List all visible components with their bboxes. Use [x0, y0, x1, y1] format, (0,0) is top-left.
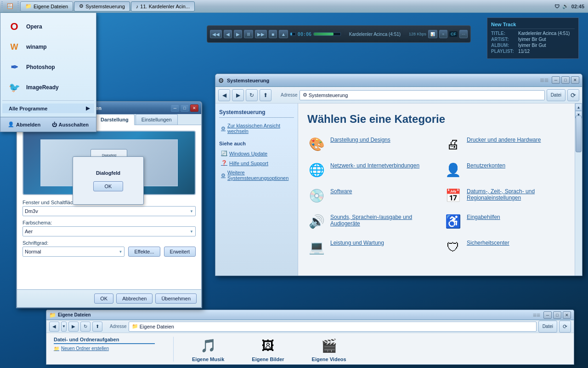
winamp-stop-btn[interactable]: ■ [269, 30, 277, 38]
all-programs-item[interactable]: Alle Programme ▶ [2, 104, 94, 113]
sys-sidebar-header: Systemsteuerung [219, 109, 294, 118]
sys-close-btn[interactable]: ✕ [571, 76, 579, 84]
start-menu-item-winamp[interactable]: W winamp [2, 37, 94, 57]
tab-einstellungen-label: Einstellungen [141, 117, 172, 122]
start-menu-bottom: 👤 Abmelden ⏻ Ausschalten [0, 117, 96, 132]
start-menu-item-opera[interactable]: O Opera [2, 17, 94, 37]
schriftgrad-select[interactable]: Normal ▼ [23, 247, 124, 257]
sys-cat-benutzer[interactable]: 👤 Benutzerkonten [444, 161, 573, 179]
eigene-bilder-item[interactable]: 🖼 Eigene Bilder [252, 336, 284, 362]
videos-icon: 🎬 [320, 336, 338, 355]
winamp-play-btn[interactable]: ▶ [234, 30, 242, 38]
winamp-vol-fill [314, 33, 334, 35]
eigene-datei-btn[interactable]: Datei [538, 321, 557, 333]
ausschalten-button[interactable]: ⏻ Ausschalten [49, 121, 91, 129]
display-maximize-btn[interactable]: □ [181, 104, 189, 112]
abbrechen-label: Abbrechen [122, 296, 147, 301]
eigene-close-btn[interactable]: ✕ [563, 311, 571, 319]
display-minimize-btn[interactable]: ─ [171, 104, 179, 112]
sys-cat-sicherheit[interactable]: 🛡 Sicherheitscenter [444, 238, 573, 256]
taskbar-divider [17, 1, 19, 12]
winamp-vol-bar[interactable] [313, 32, 341, 36]
start-menu-item-imageready[interactable]: 🐦 ImageReady [2, 77, 94, 98]
erweitert-label: Erweitert [170, 249, 190, 254]
sys-hilfe-link[interactable]: ❓ Hilfe und Support [219, 159, 294, 167]
sys-cat-software[interactable]: 💿 Software [307, 186, 436, 205]
opera-icon: O [7, 19, 22, 34]
eigene-address-bar[interactable]: 📁 Eigene Dateien [129, 322, 537, 332]
taskbar-item-music[interactable]: ♪ 11. Kardelenler Acin... [131, 1, 195, 12]
winamp-progress-bar[interactable] [290, 32, 296, 36]
dialogfeld-ok-btn[interactable]: OK [93, 181, 124, 191]
eigene-loading-icon: ⟳ [559, 321, 571, 333]
winamp-icon: W [7, 40, 22, 54]
sys-minimize-btn[interactable]: ─ [552, 76, 560, 84]
winamp-prev-btn[interactable]: ◀◀ [210, 30, 222, 38]
sys-weitere-link[interactable]: ⚙ Weitere Systemsteuerungsoptionen [219, 168, 294, 182]
eigene-sidebar-link-neuer[interactable]: 📁 Neuen Ordner erstellen [54, 346, 155, 351]
scroll-thumb[interactable] [576, 115, 582, 152]
sys-maximize-btn[interactable]: □ [561, 76, 570, 84]
sys-toolbar: ◀ ▶ ↻ ⬆ Adresse ⚙ Systemsteuerung Datei … [215, 87, 582, 104]
sys-title-icon: ⚙ [218, 77, 224, 84]
effekte-button[interactable]: Effekte... [128, 247, 160, 257]
tab-einstellungen[interactable]: Einstellungen [136, 114, 178, 125]
eigene-refresh-btn[interactable]: ↻ [80, 322, 90, 332]
tab-darstellung[interactable]: Darstellung [95, 114, 135, 125]
sys-cat-sounds[interactable]: 🔊 Sounds, Sprachein-/ausgabe und Audioge… [307, 212, 436, 230]
eigene-videos-item[interactable]: 🎬 Eigene Videos [312, 336, 346, 362]
sys-cat-eingabe[interactable]: ♿ Eingabehilfen [444, 212, 573, 230]
eigene-musik-item[interactable]: 🎵 Eigene Musik [192, 336, 224, 362]
music-info-title: New Track [491, 22, 575, 29]
sys-sidebar: Systemsteuerung ⚙ Zur klassischen Ansich… [215, 104, 298, 276]
taskbar-item-systemsteuerung[interactable]: ⚙ Systemsteuerung [74, 1, 130, 12]
sys-cat-darstellung[interactable]: 🎨 Darstellung und Designs [307, 135, 436, 153]
sys-back-btn[interactable]: ◀ [218, 89, 230, 101]
sys-cat-leistung[interactable]: 💻 Leistung und Wartung [307, 238, 436, 256]
sys-windows-update-link[interactable]: 🔄 Windows Update [219, 149, 294, 158]
uebernehmen-button[interactable]: Übernehmen [155, 293, 197, 304]
farbschema-select[interactable]: Aer ▼ [23, 226, 196, 236]
sys-address-bar[interactable]: ⚙ Systemsteuerung [300, 90, 545, 100]
ok-button[interactable]: OK [94, 293, 113, 304]
schriftgrad-row: Normal ▼ Effekte... Erweitert [23, 247, 196, 257]
start-menu-item-photoshop[interactable]: ✒ Photoshop [2, 57, 94, 77]
ausschalten-icon: ⏻ [52, 122, 57, 127]
winamp-graph-btn[interactable]: 📊 [428, 30, 437, 38]
start-button[interactable]: 🪟 [4, 3, 16, 9]
winamp-next-btn[interactable]: ▶▶ [255, 30, 267, 38]
fenster-arrow: ▼ [190, 209, 193, 213]
eigene-forward-btn[interactable]: ▶ [68, 322, 79, 332]
datums-label: Datums-, Zeit-, Sprach- und Regionaleins… [467, 186, 573, 201]
eigene-minimize-btn[interactable]: ─ [543, 311, 552, 319]
display-close-btn[interactable]: ✕ [190, 104, 198, 112]
scroll-up-arrow[interactable]: ▲ [575, 104, 582, 111]
sys-up-btn[interactable]: ⬆ [260, 89, 271, 101]
eigene-maximize-btn[interactable]: □ [553, 311, 561, 319]
winamp-eject-btn[interactable]: ▲ [279, 30, 288, 38]
winamp-options-btn[interactable]: ⋯ [459, 30, 468, 38]
sys-scrollbar[interactable]: ▲ ▼ [575, 104, 582, 276]
taskbar-item-eigene[interactable]: 📁 Eigene Dateien [20, 1, 73, 12]
eigene-up-btn[interactable]: ⬆ [92, 322, 102, 332]
sys-klassisch-link[interactable]: ⚙ Zur klassischen Ansicht wechseln [219, 121, 294, 135]
abmelden-button[interactable]: 👤 Abmelden [5, 120, 43, 129]
eigene-back-arrow[interactable]: ▼ [61, 322, 67, 332]
sys-datei-btn[interactable]: Datei [547, 89, 565, 101]
winamp-rewind-btn[interactable]: ◀ [224, 30, 232, 38]
sys-forward-btn[interactable]: ▶ [232, 89, 244, 101]
erweitert-button[interactable]: Erweitert [164, 247, 196, 257]
darstellung-label: Darstellung und Designs [330, 135, 390, 143]
winamp-eq-btn[interactable]: ≈ [439, 30, 447, 38]
music-info-row-playlist: PLAYLIST: 11/12 [491, 49, 575, 54]
abbrechen-button[interactable]: Abbrechen [116, 293, 153, 304]
eigene-back-btn[interactable]: ◀ [49, 322, 59, 332]
sys-cat-drucker[interactable]: 🖨 Drucker und andere Hardware [444, 135, 573, 153]
sys-refresh-btn[interactable]: ↻ [246, 89, 258, 101]
music-info-row-artist: ARTIST: lyimer Bir Gut [491, 37, 575, 42]
fenster-select[interactable]: Dm3v ▼ [23, 206, 196, 216]
sys-title-text: Systemsteuerung [227, 78, 537, 83]
sys-cat-netzwerk[interactable]: 🌐 Netzwerk- und Internetverbindungen [307, 161, 436, 179]
sys-cat-datums[interactable]: 📅 Datums-, Zeit-, Sprach- und Regionalei… [444, 186, 573, 205]
winamp-pause-btn[interactable]: ⏸ [244, 30, 253, 38]
